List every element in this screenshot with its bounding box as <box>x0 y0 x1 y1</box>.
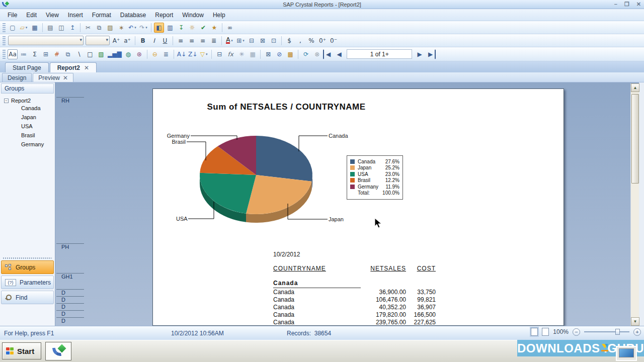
dropdown-arrow-icon[interactable]: ▾ <box>206 52 208 56</box>
remove-decimal-icon[interactable]: 0⁻ <box>329 36 339 46</box>
section-marker-gh1[interactable]: GH1 <box>61 273 73 280</box>
pie-chart[interactable]: GermanyBrasilCanadaUSAJapan <box>162 127 358 234</box>
insert-text-object-icon[interactable]: Aa <box>8 49 18 59</box>
zoom-slider[interactable] <box>584 331 629 332</box>
align-justify-icon[interactable]: ≣ <box>209 36 219 46</box>
prev-page-icon[interactable]: ◀ <box>334 49 344 59</box>
section-marker-d-5[interactable]: D <box>61 303 65 310</box>
scroll-up-icon[interactable]: ▲ <box>631 83 639 92</box>
align-left-icon[interactable]: ≡ <box>176 36 186 46</box>
export-icon[interactable]: ↥ <box>67 23 77 33</box>
vertical-scrollbar[interactable]: ▲ ▼ <box>630 83 639 326</box>
menu-file[interactable]: File <box>3 10 22 20</box>
font-size-combo[interactable] <box>86 36 110 45</box>
grid-toggle-icon[interactable]: ▦ <box>248 49 258 59</box>
group-tree-item-usa[interactable]: USA <box>4 122 55 131</box>
underline-icon[interactable]: U <box>160 36 170 46</box>
doc-tab-start-page[interactable]: Start Page <box>5 62 49 72</box>
align-center-icon[interactable]: ≡ <box>187 36 197 46</box>
insert-picture-icon[interactable]: ▧ <box>96 49 106 59</box>
template-expert-icon[interactable]: ▩ <box>285 49 295 59</box>
doc-tab-report2[interactable]: Report2✕ <box>50 62 97 72</box>
select-expert-icon[interactable]: ▽▾ <box>199 49 209 59</box>
suppress-icon[interactable]: ⊟ <box>247 36 257 46</box>
font-color-icon[interactable]: A▾ <box>224 36 234 46</box>
redo-icon[interactable]: ↷▾ <box>138 23 148 33</box>
close-view-icon[interactable]: ✕ <box>63 74 68 81</box>
lock-format-icon[interactable]: ⊠ <box>258 36 268 46</box>
group-tree-item-canada[interactable]: Canada <box>4 104 55 113</box>
workbench-icon[interactable]: ★ <box>209 23 219 33</box>
insert-subreport-icon[interactable]: ⧉ <box>63 49 73 59</box>
groups-panel-button[interactable]: Groups <box>1 260 54 274</box>
section-marker-d-7[interactable]: D <box>61 317 65 324</box>
view-tab-preview[interactable]: Preview✕ <box>33 73 73 82</box>
pie-slice-japan[interactable] <box>246 175 311 214</box>
menu-help[interactable]: Help <box>208 10 230 20</box>
first-page-icon[interactable]: ◀ <box>323 49 333 59</box>
insert-line-icon[interactable]: ∖ <box>74 49 84 59</box>
decrease-font-icon[interactable]: a⁺ <box>122 36 132 46</box>
copy-icon[interactable]: ⧉ <box>94 23 104 33</box>
taskbar-crystal-reports-button[interactable] <box>45 342 71 360</box>
print-icon[interactable]: ▤ <box>45 23 55 33</box>
next-page-icon[interactable]: ▶ <box>415 49 425 59</box>
group-sort-icon[interactable]: A↓ <box>177 49 187 59</box>
insert-special-field-icon[interactable]: # <box>52 49 62 59</box>
database-expert-icon[interactable]: ⊖ <box>150 49 160 59</box>
print-preview-icon[interactable]: ◫ <box>56 23 66 33</box>
refresh-icon[interactable]: ⟳ <box>301 49 311 59</box>
link-expert-icon[interactable]: ≣ <box>161 49 171 59</box>
find-icon[interactable]: ∞ <box>225 23 235 33</box>
repository-explorer-icon[interactable]: ☼ <box>187 23 197 33</box>
dropdown-arrow-icon[interactable]: ▾ <box>26 26 28 30</box>
parameters-panel-button[interactable]: (?)Parameters <box>1 276 54 289</box>
view-tab-design[interactable]: Design <box>2 73 32 82</box>
new-report-icon[interactable]: ▢ <box>8 23 18 33</box>
scrollbar-thumb[interactable] <box>631 94 639 184</box>
section-marker-d-3[interactable]: D <box>61 289 65 296</box>
open-icon[interactable]: ▱▾ <box>19 23 29 33</box>
cut-icon[interactable]: ✂ <box>83 23 93 33</box>
add-decimal-icon[interactable]: 0⁺ <box>317 36 328 46</box>
align-right-icon[interactable]: ≡ <box>198 36 208 46</box>
zoom-in-icon[interactable]: + <box>633 328 641 336</box>
insert-flash-icon[interactable]: ⊛ <box>134 49 144 59</box>
dependency-checker-icon[interactable]: ✔ <box>198 23 208 33</box>
insert-chart-icon[interactable]: ▂▅▇ <box>107 49 122 59</box>
minimize-button[interactable]: – <box>614 1 617 8</box>
bold-icon[interactable]: B <box>138 36 148 46</box>
menu-database[interactable]: Database <box>116 10 150 20</box>
panel-splitter-handle[interactable] <box>3 257 52 259</box>
dropdown-arrow-icon[interactable]: ▾ <box>231 39 233 43</box>
group-tree-root[interactable]: − Report2 <box>4 98 55 104</box>
group-tree-item-brasil[interactable]: Brasil <box>4 131 55 140</box>
save-icon[interactable]: ▦ <box>30 23 40 33</box>
last-page-icon[interactable]: ▶ <box>426 49 436 59</box>
insert-map-icon[interactable]: ◍ <box>123 49 133 59</box>
dropdown-arrow-icon[interactable]: ▾ <box>145 26 147 30</box>
menu-insert[interactable]: Insert <box>63 10 88 20</box>
insert-group-icon[interactable]: ≔ <box>19 49 29 59</box>
section-marker-ph[interactable]: PH <box>61 243 69 250</box>
lock-position-icon[interactable]: ⊡ <box>269 36 279 46</box>
restore-button[interactable]: ❐ <box>624 1 629 8</box>
find-panel-button[interactable]: Find <box>1 291 54 304</box>
undo-icon[interactable]: ↶▾ <box>127 23 137 33</box>
section-marker-rh[interactable]: RH <box>61 97 69 104</box>
group-tree-item-germany[interactable]: Germany <box>4 140 55 149</box>
start-button[interactable]: Start <box>2 342 41 359</box>
section-marker-d-4[interactable]: D <box>61 296 65 303</box>
menu-edit[interactable]: Edit <box>22 10 41 20</box>
toggle-preview-panel-icon[interactable]: ◧ <box>154 23 164 33</box>
italic-icon[interactable]: I <box>149 36 159 46</box>
insert-summary-icon[interactable]: Σ <box>30 49 40 59</box>
zoom-slider-handle[interactable] <box>615 329 620 335</box>
increase-font-icon[interactable]: A⁺ <box>111 36 121 46</box>
field-explorer-icon[interactable]: ▥ <box>165 23 175 33</box>
section-expert-icon[interactable]: ⊟ <box>214 49 224 59</box>
font-name-combo[interactable] <box>8 36 84 45</box>
record-sort-icon[interactable]: Z↓ <box>188 49 198 59</box>
borders-icon[interactable]: ⊞▾ <box>235 36 246 46</box>
currency-icon[interactable]: $ <box>284 36 294 46</box>
